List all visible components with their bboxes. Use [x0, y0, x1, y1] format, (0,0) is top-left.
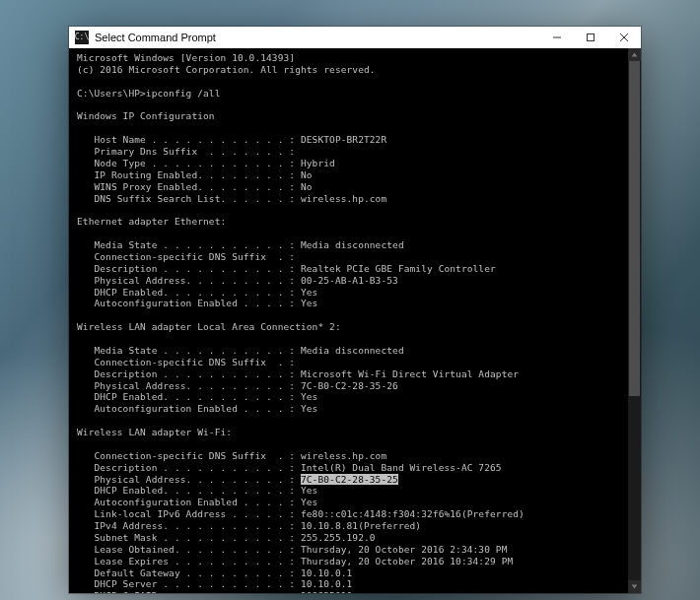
eth-description: Description . . . . . . . . . . . : Real… [77, 263, 496, 274]
scrollbar-thumb[interactable] [629, 61, 640, 396]
eth-header: Ethernet adapter Ethernet: [77, 216, 226, 227]
version-line: Microsoft Windows [Version 10.0.14393] [77, 52, 295, 63]
wifi-lease-expires: Lease Expires . . . . . . . . . . : Thur… [77, 556, 513, 567]
command-prompt-window: C:\ Select Command Prompt Microsoft Wind… [69, 27, 641, 593]
svg-rect-1 [588, 34, 595, 41]
cmd-icon: C:\ [75, 31, 89, 44]
maximize-button[interactable] [574, 27, 607, 48]
lac-conn-dns: Connection-specific DNS Suffix . : [77, 357, 295, 367]
eth-phys-addr: Physical Address. . . . . . . . . : 00-2… [77, 275, 398, 286]
wifi-subnet: Subnet Mask . . . . . . . . . . . : 255.… [77, 532, 376, 543]
terminal-output[interactable]: Microsoft Windows [Version 10.0.14393] (… [77, 52, 627, 593]
wifi-autoconfig: Autoconfiguration Enabled . . . . : Yes [77, 497, 317, 507]
copyright-line: (c) 2016 Microsoft Corporation. All righ… [77, 64, 376, 75]
lac-media-state: Media State . . . . . . . . . . . : Medi… [77, 345, 404, 356]
dns-search: DNS Suffix Search List. . . . . . : wire… [77, 193, 386, 204]
eth-dhcp: DHCP Enabled. . . . . . . . . . . : Yes [77, 287, 317, 298]
ipcfg-header: Windows IP Configuration [77, 110, 215, 121]
wifi-conn-dns: Connection-specific DNS Suffix . : wirel… [77, 450, 386, 461]
primary-dns: Primary Dns Suffix . . . . . . . : [77, 146, 295, 157]
eth-conn-dns: Connection-specific DNS Suffix . : [77, 251, 295, 262]
lac-autoconfig: Autoconfiguration Enabled . . . . : Yes [77, 403, 317, 414]
wifi-default-gw: Default Gateway . . . . . . . . . : 10.1… [77, 567, 352, 578]
wifi-dhcp: DHCP Enabled. . . . . . . . . . . : Yes [77, 485, 317, 496]
lac-dhcp: DHCP Enabled. . . . . . . . . . . : Yes [77, 391, 317, 402]
wifi-phys-addr-value-selected[interactable]: 7C-B0-C2-28-35-25 [301, 474, 398, 485]
host-name: Host Name . . . . . . . . . . . . : DESK… [77, 134, 386, 145]
window-title: Select Command Prompt [95, 32, 216, 43]
svg-marker-4 [632, 52, 638, 56]
wifi-description: Description . . . . . . . . . . . : Inte… [77, 462, 502, 473]
scroll-down-button[interactable] [628, 580, 641, 593]
scrollbar[interactable] [628, 48, 641, 593]
wifi-ipv4: IPv4 Address. . . . . . . . . . . : 10.1… [77, 520, 421, 531]
wifi-link-local: Link-local IPv6 Address . . . . . : fe80… [77, 508, 525, 519]
wifi-header: Wireless LAN adapter Wi-Fi: [77, 427, 232, 437]
close-button[interactable] [607, 27, 641, 48]
ip-routing: IP Routing Enabled. . . . . . . . : No [77, 169, 313, 180]
node-type: Node Type . . . . . . . . . . . . : Hybr… [77, 158, 335, 168]
svg-marker-5 [632, 584, 638, 588]
lac-description: Description . . . . . . . . . . . : Micr… [77, 368, 519, 379]
command: ipconfig /all [146, 88, 221, 99]
eth-media-state: Media State . . . . . . . . . . . : Medi… [77, 239, 404, 250]
prompt: C:\Users\HP> [77, 88, 146, 99]
wins-proxy: WINS Proxy Enabled. . . . . . . . : No [77, 181, 313, 192]
terminal-area[interactable]: Microsoft Windows [Version 10.0.14393] (… [69, 48, 641, 593]
minimize-button[interactable] [540, 27, 574, 48]
wifi-lease-obtained: Lease Obtained. . . . . . . . . . : Thur… [77, 544, 507, 555]
scroll-up-button[interactable] [628, 48, 641, 61]
titlebar[interactable]: C:\ Select Command Prompt [69, 27, 641, 48]
wifi-dhcp-server: DHCP Server . . . . . . . . . . . : 10.1… [77, 578, 352, 589]
lac-header: Wireless LAN adapter Local Area Connecti… [77, 321, 341, 332]
wifi-phys-addr-label: Physical Address. . . . . . . . . : [77, 474, 301, 485]
lac-phys-addr: Physical Address. . . . . . . . . : 7C-B… [77, 380, 398, 391]
wifi-dhcpv6-iaid: DHCPv6 IAID . . . . . . . . . . . : 1088… [77, 590, 352, 593]
eth-autoconfig: Autoconfiguration Enabled . . . . : Yes [77, 298, 317, 308]
